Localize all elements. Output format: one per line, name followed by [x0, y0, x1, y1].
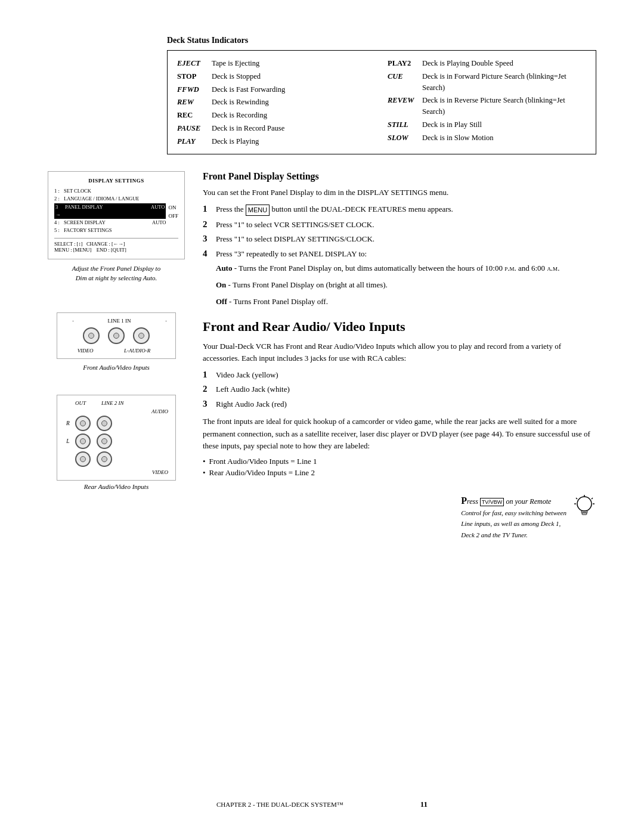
deck-status-title: Deck Status Indicators	[167, 36, 596, 45]
status-val-rew: Deck is Rewinding	[212, 97, 269, 108]
status-val-still: Deck is in Play Still	[422, 119, 482, 131]
rear-video-jack-2	[97, 451, 112, 467]
display-settings-box-title: DISPLAY SETTINGS	[54, 178, 178, 184]
front-jack-1	[83, 327, 100, 344]
status-key-eject: EJECT	[177, 58, 208, 69]
front-video-label: VIDEO	[78, 348, 94, 354]
tip-line3: Line inputs, as well as among Deck 1,	[461, 520, 561, 527]
menu-controls: SELECT : [↕] CHANGE : [←→] MENU : [MENU]…	[54, 238, 178, 253]
status-row-play2: PLAY2 Deck is Playing Double Speed	[388, 58, 586, 69]
status-key-stop: STOP	[177, 71, 208, 82]
status-val-play: Deck is Playing	[212, 136, 259, 147]
av-text-2: Left Audio Jack (white)	[216, 383, 290, 395]
menu-menu-line: MENU : [MENU] END : [QUIT]	[54, 247, 178, 253]
rear-r-label: R	[64, 420, 72, 426]
svg-line-4	[592, 498, 593, 499]
svg-rect-2	[582, 513, 587, 515]
menu-auto-3: AUTO	[148, 203, 165, 219]
step-num-3: 3	[203, 234, 212, 244]
rear-video-label: VIDEO	[64, 469, 168, 475]
menu-row-2: 2 : LANGUAGE / IDIOMA / LANGUE	[54, 195, 178, 203]
status-row-rew: REW Deck is Rewinding	[177, 97, 376, 108]
rear-l-jack-2	[97, 433, 112, 449]
deck-status-table: EJECT Tape is Ejecting STOP Deck is Stop…	[167, 50, 596, 154]
bullet-dot-2: •	[203, 468, 206, 478]
tip-p-letter: P	[461, 496, 467, 506]
rear-video-jack-1	[75, 451, 91, 467]
menu-row-4: 4 : SCREEN DISPLAY AUTO	[54, 219, 166, 227]
menu-row-5: 5 : FACTORY SETTINGS	[54, 227, 166, 234]
tip-line2: Control for fast, easy switching between	[461, 509, 566, 516]
bullet-2: • Rear Audio/Video Inputs = Line 2	[203, 468, 596, 478]
display-menu-grid: 1 : SET CLOCK 2 : LANGUAGE / IDIOMA / LA…	[54, 187, 178, 234]
rear-av-caption-text: Rear Audio/Video Inputs	[84, 483, 148, 490]
menu-row-3: 3 → PANEL DISPLAY AUTO	[54, 203, 166, 219]
option-on: On - Turns Front Panel Display on (brigh…	[216, 279, 596, 291]
front-av-line-label: LINE 1 IN	[67, 318, 166, 324]
front-av-caption-text: Front Audio/Video Inputs	[83, 364, 150, 371]
option-on-text: On - Turns Front Panel Display on (brigh…	[216, 279, 596, 291]
front-jack-2	[108, 327, 125, 344]
front-panel-intro: You can set the Front Panel Display to d…	[203, 187, 596, 199]
tip-line1: on your Remote	[504, 497, 551, 506]
status-key-play: PLAY	[177, 136, 208, 147]
rear-video-jacks	[75, 451, 112, 467]
rear-row-video	[64, 451, 168, 467]
status-key-rec: REC	[177, 110, 208, 121]
av-section-title: Front and Rear Audio/ Video Inputs	[203, 319, 596, 335]
step-text-3: Press "1" to select DISPLAY SETTINGS/CLO…	[216, 233, 374, 245]
right-column: Front Panel Display Settings You can set…	[203, 171, 596, 540]
tip-container: Press TV/VBW on your Remote Control for …	[203, 487, 596, 540]
rear-row-r: R	[64, 416, 168, 431]
step-text-1: Press the MENU button until the DUAL-DEC…	[216, 203, 453, 215]
display-settings-container: DISPLAY SETTINGS 1 : SET CLOCK 2 : LANGU…	[48, 171, 185, 283]
av-num-3: 3	[203, 399, 212, 409]
status-row-cue: CUE Deck is in Forward Picture Search (b…	[388, 71, 586, 94]
tip-line4: Deck 2 and the TV Tuner.	[461, 531, 528, 538]
status-val-slow: Deck is in Slow Motion	[422, 132, 493, 144]
rear-l-label: L	[64, 438, 72, 444]
option-off: Off - Turns Front Panel Display off.	[216, 296, 596, 308]
menu-item-4: SCREEN DISPLAY	[64, 219, 148, 227]
status-row-slow: SLOW Deck is in Slow Motion	[388, 132, 586, 144]
bullet-text-2: Rear Audio/Video Inputs = Line 2	[209, 468, 315, 478]
menu-auto-4: AUTO	[149, 219, 166, 227]
menu-item-1: SET CLOCK	[64, 187, 178, 195]
tip-rest: ress	[467, 497, 480, 506]
status-row-stop: STOP Deck is Stopped	[177, 71, 376, 82]
step-2: 2 Press "1" to select VCR SETTINGS/SET C…	[203, 219, 596, 231]
av-item-2: 2 Left Audio Jack (white)	[203, 383, 596, 395]
step-4: 4 Press "3" repeatedly to set PANEL DISP…	[203, 248, 596, 260]
step-3: 3 Press "1" to select DISPLAY SETTINGS/C…	[203, 233, 596, 245]
av-num-1: 1	[203, 370, 212, 380]
status-key-slow: SLOW	[388, 132, 419, 144]
status-val-play2: Deck is Playing Double Speed	[422, 58, 513, 69]
menu-select-line: SELECT : [↕] CHANGE : [←→]	[54, 241, 178, 247]
display-settings-box: DISPLAY SETTINGS 1 : SET CLOCK 2 : LANGU…	[48, 171, 185, 259]
page: Deck Status Indicators EJECT Tape is Eje…	[0, 0, 644, 576]
front-audio-label: L-AUDIO-R	[124, 348, 151, 354]
left-column: DISPLAY SETTINGS 1 : SET CLOCK 2 : LANGU…	[48, 171, 185, 540]
menu-item-3: PANEL DISPLAY	[65, 203, 147, 219]
rear-l-jack-1	[75, 433, 91, 449]
status-val-eject: Tape is Ejecting	[212, 58, 259, 69]
main-content: DISPLAY SETTINGS 1 : SET CLOCK 2 : LANGU…	[48, 171, 596, 540]
av-item-3: 3 Right Audio Jack (red)	[203, 398, 596, 410]
bullet-dot-1: •	[203, 457, 206, 466]
status-key-ffwd: FFWD	[177, 84, 208, 95]
rear-row-l: L	[64, 433, 168, 449]
av-item-1: 1 Video Jack (yellow)	[203, 369, 596, 381]
tip-btn: TV/VBW	[480, 498, 504, 507]
tip-box: Press TV/VBW on your Remote Control for …	[461, 494, 596, 540]
rear-r-jack-2	[97, 416, 112, 431]
av-text-3: Right Audio Jack (red)	[216, 398, 287, 410]
rear-l-jacks	[75, 433, 112, 449]
footer-chapter: CHAPTER 2 - THE DUAL-DECK SYSTEM™	[216, 801, 420, 808]
status-key-still: STILL	[388, 119, 419, 131]
menu-num-3: 3 →	[55, 203, 64, 219]
bullet-1: • Front Audio/Video Inputs = Line 1	[203, 457, 596, 466]
status-val-rec: Deck is Recording	[212, 110, 267, 121]
rear-audio-label: AUDIO	[64, 408, 168, 414]
menu-row-1: 1 : SET CLOCK	[54, 187, 178, 195]
rear-line2-label: LINE 2 IN	[101, 400, 124, 406]
